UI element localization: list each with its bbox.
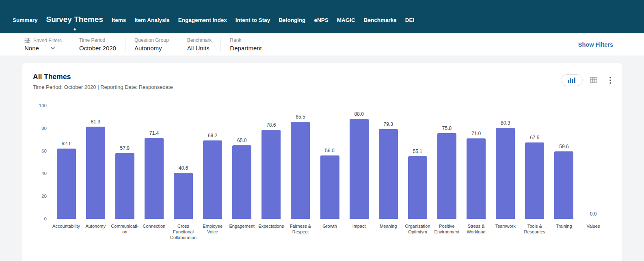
all-themes-card: All Themes Time Period: October 2020 | R… (22, 63, 622, 261)
chart-column-expectations: 78.6Expectations (257, 106, 286, 219)
chart-column-organization-optimism: 55.1Organization Optimism (403, 106, 432, 219)
bar-value-label: 56.0 (325, 148, 334, 153)
chart-column-accountability: 62.1Accountability (52, 106, 81, 219)
nav-item-intent-to-stay[interactable]: Intent to Stay (236, 17, 270, 23)
bar[interactable] (232, 145, 251, 219)
y-axis-tick-label: 20 (41, 194, 47, 198)
nav-item-label: MAGIC (337, 17, 355, 23)
chart-column-stress-workload: 71.0Stress & Workload (462, 106, 491, 219)
bar-value-label: 69.2 (208, 133, 217, 138)
bar-value-label: 57.9 (120, 145, 130, 151)
chart-column-positive-environment: 75.8Positive Environment (432, 106, 461, 219)
chart-view-toggle-button[interactable] (561, 74, 583, 86)
saved-filters-value: None (24, 45, 39, 52)
top-nav: SummarySurvey ThemesItemsItem AnalysisEn… (0, 0, 644, 33)
filter-field-question-group[interactable]: Question GroupAutonomy (125, 37, 178, 52)
bar[interactable] (291, 122, 310, 219)
filter-field-benchmark[interactable]: BenchmarkAll Units (178, 37, 221, 52)
nav-item-item-analysis[interactable]: Item Analysis (134, 17, 170, 23)
nav-item-items[interactable]: Items (112, 17, 126, 23)
chart-column-teamwork: 80.3Teamwork (491, 106, 520, 219)
bar-value-label: 67.5 (530, 135, 539, 140)
bar-value-label: 75.8 (442, 125, 452, 131)
chart-column-impact: 88.0Impact (344, 106, 374, 219)
nav-item-magic[interactable]: MAGIC (337, 17, 355, 23)
bar[interactable] (554, 151, 573, 219)
y-axis-tick-label: 80 (41, 126, 47, 131)
bar[interactable] (525, 142, 544, 219)
nav-item-benchmarks[interactable]: Benchmarks (364, 17, 397, 23)
filter-field-value: Department (230, 45, 261, 52)
bar[interactable] (408, 156, 427, 219)
bar-value-label: 62.1 (61, 141, 71, 147)
table-view-toggle-button[interactable] (587, 75, 601, 86)
nav-item-summary[interactable]: Summary (13, 17, 38, 23)
filter-field-value: Autonomy (134, 45, 169, 52)
bar[interactable] (174, 173, 193, 219)
card-subtitle: Time Period: October 2020 | Reporting Da… (33, 84, 173, 90)
filter-field-time-period[interactable]: Time PeriodOctober 2020 (70, 37, 125, 52)
nav-item-label: Belonging (279, 17, 305, 23)
chart-column-autonomy: 81.3Autonomy (81, 106, 110, 219)
filter-fields: Time PeriodOctober 2020Question GroupAut… (70, 37, 271, 52)
y-axis-tick-label: 40 (41, 171, 47, 176)
chart-column-tools-resources: 67.5Tools & Resources (520, 106, 549, 219)
chart-column-communicati-on: 57.9Communicati- on (110, 106, 139, 219)
filter-field-value: All Units (187, 45, 212, 52)
filter-field-value: October 2020 (79, 45, 116, 52)
nav-item-label: Engagement Index (178, 17, 227, 23)
bar[interactable] (57, 149, 76, 219)
nav-item-enps[interactable]: eNPS (314, 17, 328, 23)
chart-column-engagement: 65.0Engagement (227, 106, 257, 219)
chevron-down-icon (50, 46, 55, 50)
filter-field-label: Rank (230, 37, 261, 43)
nav-item-label: Intent to Stay (236, 17, 270, 23)
nav-item-dei[interactable]: DEI (405, 17, 415, 23)
bar-value-label: 40.6 (179, 165, 188, 171)
bar[interactable] (320, 155, 339, 219)
chart-column-values: 0.0Values (579, 106, 608, 219)
bar[interactable] (350, 119, 369, 219)
y-axis-tick-label: 60 (41, 149, 47, 153)
bar-value-label: 71.4 (149, 130, 159, 136)
bar[interactable] (379, 129, 398, 219)
nav-item-belonging[interactable]: Belonging (279, 17, 305, 23)
nav-item-label: Items (112, 17, 126, 23)
bar[interactable] (115, 153, 134, 219)
saved-filters-dropdown[interactable]: Saved Filters None (24, 38, 70, 52)
bar[interactable] (261, 130, 281, 219)
bar[interactable] (496, 128, 515, 219)
chart-column-meaning: 79.3Meaning (374, 106, 403, 219)
bar-value-label: 0.0 (590, 211, 597, 217)
bar[interactable] (203, 140, 222, 219)
saved-filters-label: Saved Filters (33, 38, 62, 43)
chart-column-cross-functional-collaboration: 40.6Cross Functional Collaboration (169, 106, 198, 219)
nav-item-label: Summary (13, 17, 38, 23)
bar[interactable] (467, 138, 486, 219)
sliders-filter-icon (24, 38, 30, 43)
bar[interactable] (437, 133, 456, 219)
filter-field-label: Time Period (79, 37, 116, 43)
bar-value-label: 79.3 (384, 121, 393, 127)
nav-item-engagement-index[interactable]: Engagement Index (178, 17, 227, 23)
filter-bar: Saved Filters None Time PeriodOctober 20… (0, 33, 644, 56)
chart-controls (561, 74, 611, 86)
more-options-kebab-button[interactable] (609, 77, 611, 84)
bar-value-label: 85.5 (296, 114, 305, 120)
filter-field-rank[interactable]: RankDepartment (220, 37, 270, 52)
bar-value-label: 71.0 (471, 131, 481, 136)
nav-item-label: Item Analysis (134, 17, 170, 23)
bar[interactable] (145, 138, 164, 219)
filter-field-label: Question Group (134, 37, 169, 43)
bar-value-label: 55.1 (413, 149, 422, 154)
chart-column-employee-voice: 69.2Employee Voice (198, 106, 227, 219)
nav-item-survey-themes[interactable]: Survey Themes (46, 15, 103, 24)
bar-value-label: 78.6 (266, 122, 276, 128)
show-filters-link[interactable]: Show Filters (578, 41, 613, 48)
chart-column-training: 59.6Training (549, 106, 579, 219)
chart-plot-area: 62.1Accountability81.3Autonomy57.9Commun… (52, 106, 608, 219)
nav-item-label: Benchmarks (364, 17, 397, 23)
filter-field-label: Benchmark (187, 37, 212, 43)
bar-value-label: 80.3 (501, 120, 510, 126)
bar[interactable] (86, 127, 105, 219)
